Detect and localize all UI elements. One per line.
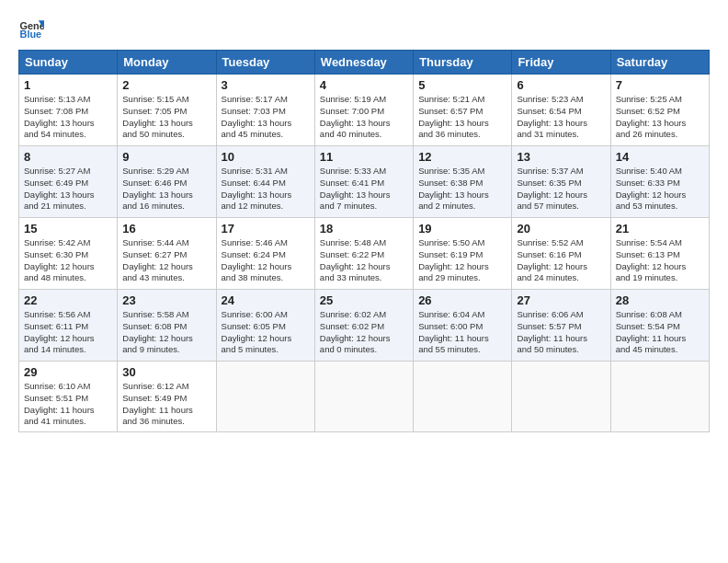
day-info: Sunrise: 5:56 AMSunset: 6:11 PMDaylight:… — [24, 309, 95, 354]
calendar-cell — [414, 362, 512, 432]
calendar-cell: 9Sunrise: 5:29 AMSunset: 6:46 PMDaylight… — [118, 146, 216, 218]
day-number: 11 — [320, 150, 408, 164]
day-number: 1 — [24, 78, 112, 92]
col-header-tuesday: Tuesday — [216, 51, 314, 75]
calendar-cell: 14Sunrise: 5:40 AMSunset: 6:33 PMDayligh… — [610, 146, 709, 218]
day-info: Sunrise: 5:58 AMSunset: 6:08 PMDaylight:… — [122, 309, 193, 354]
calendar-cell: 23Sunrise: 5:58 AMSunset: 6:08 PMDayligh… — [118, 290, 216, 362]
day-info: Sunrise: 5:27 AMSunset: 6:49 PMDaylight:… — [24, 166, 95, 211]
calendar-cell: 10Sunrise: 5:31 AMSunset: 6:44 PMDayligh… — [216, 146, 314, 218]
day-info: Sunrise: 6:06 AMSunset: 5:57 PMDaylight:… — [517, 309, 587, 354]
day-info: Sunrise: 6:02 AMSunset: 6:02 PMDaylight:… — [320, 309, 391, 354]
day-number: 22 — [24, 293, 112, 307]
col-header-saturday: Saturday — [610, 51, 709, 75]
calendar-cell — [216, 362, 314, 432]
day-number: 12 — [418, 150, 506, 164]
calendar-header-row: SundayMondayTuesdayWednesdayThursdayFrid… — [19, 51, 710, 75]
calendar-week-5: 29Sunrise: 6:10 AMSunset: 5:51 PMDayligh… — [19, 362, 710, 432]
day-number: 29 — [24, 365, 112, 379]
calendar-cell: 19Sunrise: 5:50 AMSunset: 6:19 PMDayligh… — [414, 218, 512, 290]
day-number: 10 — [222, 150, 310, 164]
calendar-cell: 24Sunrise: 6:00 AMSunset: 6:05 PMDayligh… — [216, 290, 314, 362]
day-number: 17 — [222, 222, 310, 236]
calendar-cell: 28Sunrise: 6:08 AMSunset: 5:54 PMDayligh… — [610, 290, 709, 362]
day-info: Sunrise: 5:46 AMSunset: 6:24 PMDaylight:… — [222, 237, 292, 282]
calendar-table: SundayMondayTuesdayWednesdayThursdayFrid… — [18, 50, 710, 432]
calendar-cell: 30Sunrise: 6:12 AMSunset: 5:49 PMDayligh… — [118, 362, 216, 432]
day-number: 25 — [320, 293, 408, 307]
calendar-cell: 25Sunrise: 6:02 AMSunset: 6:02 PMDayligh… — [314, 290, 413, 362]
calendar-cell: 4Sunrise: 5:19 AMSunset: 7:00 PMDaylight… — [314, 75, 413, 146]
day-number: 15 — [24, 222, 112, 236]
day-number: 26 — [418, 293, 506, 307]
day-info: Sunrise: 5:29 AMSunset: 6:46 PMDaylight:… — [122, 166, 193, 211]
day-number: 3 — [222, 78, 310, 92]
logo: General Blue — [18, 15, 44, 40]
day-info: Sunrise: 5:50 AMSunset: 6:19 PMDaylight:… — [418, 237, 489, 282]
calendar-cell — [314, 362, 413, 432]
logo-icon: General Blue — [18, 15, 44, 40]
calendar-week-1: 1Sunrise: 5:13 AMSunset: 7:08 PMDaylight… — [19, 75, 710, 146]
col-header-thursday: Thursday — [414, 51, 512, 75]
day-info: Sunrise: 6:12 AMSunset: 5:49 PMDaylight:… — [122, 381, 193, 426]
page-header: General Blue — [18, 15, 710, 40]
day-info: Sunrise: 5:25 AMSunset: 6:52 PMDaylight:… — [616, 94, 687, 139]
svg-text:Blue: Blue — [20, 29, 42, 40]
calendar-cell: 20Sunrise: 5:52 AMSunset: 6:16 PMDayligh… — [512, 218, 610, 290]
day-number: 23 — [122, 293, 210, 307]
day-info: Sunrise: 5:23 AMSunset: 6:54 PMDaylight:… — [517, 94, 587, 139]
calendar-cell: 3Sunrise: 5:17 AMSunset: 7:03 PMDaylight… — [216, 75, 314, 146]
calendar-cell: 1Sunrise: 5:13 AMSunset: 7:08 PMDaylight… — [19, 75, 118, 146]
day-info: Sunrise: 5:44 AMSunset: 6:27 PMDaylight:… — [122, 237, 193, 282]
day-info: Sunrise: 6:10 AMSunset: 5:51 PMDaylight:… — [24, 381, 95, 426]
calendar-cell: 13Sunrise: 5:37 AMSunset: 6:35 PMDayligh… — [512, 146, 610, 218]
calendar-week-3: 15Sunrise: 5:42 AMSunset: 6:30 PMDayligh… — [19, 218, 710, 290]
day-info: Sunrise: 6:00 AMSunset: 6:05 PMDaylight:… — [222, 309, 292, 354]
day-number: 28 — [616, 293, 704, 307]
day-info: Sunrise: 5:37 AMSunset: 6:35 PMDaylight:… — [517, 166, 587, 211]
day-info: Sunrise: 6:08 AMSunset: 5:54 PMDaylight:… — [616, 309, 687, 354]
day-info: Sunrise: 5:21 AMSunset: 6:57 PMDaylight:… — [418, 94, 489, 139]
calendar-cell: 5Sunrise: 5:21 AMSunset: 6:57 PMDaylight… — [414, 75, 512, 146]
col-header-friday: Friday — [512, 51, 610, 75]
day-number: 8 — [24, 150, 112, 164]
day-number: 13 — [517, 150, 605, 164]
col-header-monday: Monday — [118, 51, 216, 75]
day-info: Sunrise: 5:17 AMSunset: 7:03 PMDaylight:… — [222, 94, 292, 139]
day-number: 19 — [418, 222, 506, 236]
day-number: 14 — [616, 150, 704, 164]
calendar-cell: 6Sunrise: 5:23 AMSunset: 6:54 PMDaylight… — [512, 75, 610, 146]
day-number: 7 — [616, 78, 704, 92]
calendar-cell: 18Sunrise: 5:48 AMSunset: 6:22 PMDayligh… — [314, 218, 413, 290]
calendar-cell: 7Sunrise: 5:25 AMSunset: 6:52 PMDaylight… — [610, 75, 709, 146]
calendar-cell: 16Sunrise: 5:44 AMSunset: 6:27 PMDayligh… — [118, 218, 216, 290]
day-info: Sunrise: 5:13 AMSunset: 7:08 PMDaylight:… — [24, 94, 95, 139]
day-number: 9 — [122, 150, 210, 164]
calendar-cell: 21Sunrise: 5:54 AMSunset: 6:13 PMDayligh… — [610, 218, 709, 290]
calendar-cell: 8Sunrise: 5:27 AMSunset: 6:49 PMDaylight… — [19, 146, 118, 218]
calendar-cell: 29Sunrise: 6:10 AMSunset: 5:51 PMDayligh… — [19, 362, 118, 432]
day-number: 4 — [320, 78, 408, 92]
day-number: 30 — [122, 365, 210, 379]
day-info: Sunrise: 6:04 AMSunset: 6:00 PMDaylight:… — [418, 309, 489, 354]
day-info: Sunrise: 5:33 AMSunset: 6:41 PMDaylight:… — [320, 166, 391, 211]
day-number: 5 — [418, 78, 506, 92]
day-number: 21 — [616, 222, 704, 236]
calendar-cell: 17Sunrise: 5:46 AMSunset: 6:24 PMDayligh… — [216, 218, 314, 290]
day-number: 27 — [517, 293, 605, 307]
calendar-cell — [512, 362, 610, 432]
col-header-sunday: Sunday — [19, 51, 118, 75]
day-info: Sunrise: 5:35 AMSunset: 6:38 PMDaylight:… — [418, 166, 489, 211]
calendar-cell: 2Sunrise: 5:15 AMSunset: 7:05 PMDaylight… — [118, 75, 216, 146]
day-info: Sunrise: 5:40 AMSunset: 6:33 PMDaylight:… — [616, 166, 687, 211]
day-info: Sunrise: 5:19 AMSunset: 7:00 PMDaylight:… — [320, 94, 391, 139]
calendar-cell: 22Sunrise: 5:56 AMSunset: 6:11 PMDayligh… — [19, 290, 118, 362]
calendar-cell — [610, 362, 709, 432]
calendar-cell: 26Sunrise: 6:04 AMSunset: 6:00 PMDayligh… — [414, 290, 512, 362]
day-number: 16 — [122, 222, 210, 236]
col-header-wednesday: Wednesday — [314, 51, 413, 75]
day-info: Sunrise: 5:48 AMSunset: 6:22 PMDaylight:… — [320, 237, 391, 282]
day-info: Sunrise: 5:31 AMSunset: 6:44 PMDaylight:… — [222, 166, 292, 211]
day-number: 24 — [222, 293, 310, 307]
day-info: Sunrise: 5:15 AMSunset: 7:05 PMDaylight:… — [122, 94, 193, 139]
